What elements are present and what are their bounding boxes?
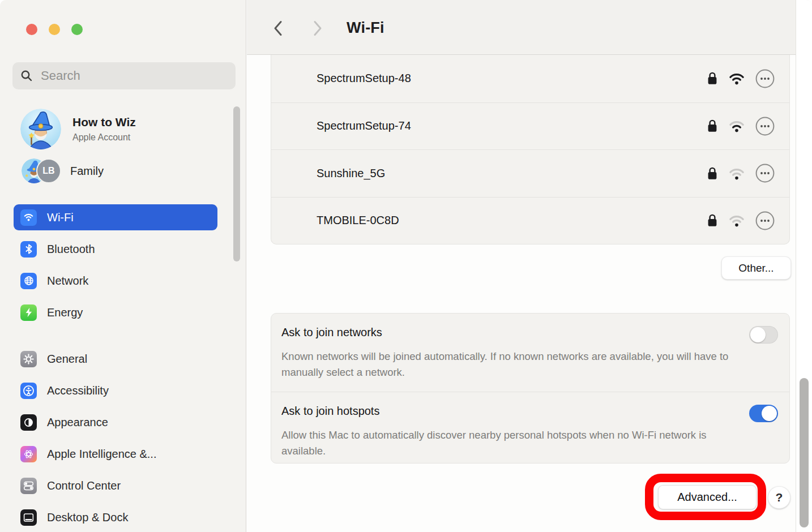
zoom-button[interactable]	[71, 24, 83, 35]
appearance-icon	[20, 414, 37, 431]
network-name: Sunshine_5G	[317, 167, 707, 180]
account-subtitle: Apple Account	[72, 132, 136, 143]
sidebar-item-bluetooth[interactable]: Bluetooth	[14, 236, 217, 262]
wifi-signal-icon	[727, 118, 746, 134]
network-name: TMOBILE-0C8D	[317, 214, 707, 227]
network-row-tmobile-0c8d[interactable]: TMOBILE-0C8D	[271, 197, 789, 244]
wifi-signal-icon	[727, 213, 746, 228]
sidebar: How to Wiz Apple Account LB Family	[0, 0, 246, 532]
sidebar-item-energy[interactable]: Energy	[14, 299, 217, 325]
sidebar-nav-group-system: GeneralAccessibilityAppearanceApple Inte…	[14, 346, 217, 532]
toggle-knob	[750, 327, 766, 342]
join-settings-group: Ask to join networksKnown networks will …	[271, 313, 790, 464]
apple-account-item[interactable]: How to Wiz Apple Account	[20, 109, 136, 149]
setting-description: Known networks will be joined automatica…	[281, 349, 729, 380]
sidebar-item-network[interactable]: Network	[14, 268, 217, 294]
setting-row-ask-to-join-networks: Ask to join networksKnown networks will …	[271, 314, 789, 392]
wifi-icon	[20, 209, 37, 226]
apple-intelligence-icon	[20, 446, 37, 462]
network-more-button[interactable]	[755, 69, 775, 88]
network-icon	[20, 273, 37, 289]
sidebar-nav-group-connectivity: Wi-FiBluetoothNetworkEnergy	[14, 204, 217, 331]
chevron-left-icon	[272, 20, 284, 37]
avatar	[20, 109, 61, 149]
sidebar-item-label: Control Center	[47, 479, 121, 492]
help-button[interactable]: ?	[768, 486, 790, 509]
setting-row-ask-to-join-hotspots: Ask to join hotspotsAllow this Mac to au…	[271, 392, 789, 470]
other-network-button[interactable]: Other...	[721, 256, 791, 280]
sidebar-item-apple-intelligence[interactable]: Apple Intelligence &...	[14, 441, 217, 467]
network-more-button[interactable]	[755, 117, 775, 136]
chevron-right-icon	[312, 20, 323, 37]
scrollbar-thumb[interactable]	[800, 378, 809, 527]
desktop-dock-icon	[20, 509, 37, 526]
network-list: SpectrumSetup-48SpectrumSetup-74Sunshine…	[271, 55, 790, 244]
advanced-button[interactable]: Advanced...	[658, 485, 757, 509]
lock-icon	[707, 71, 718, 86]
network-row-spectrumsetup-48[interactable]: SpectrumSetup-48	[271, 55, 789, 102]
sidebar-item-label: General	[47, 353, 87, 366]
more-options-icon	[755, 164, 775, 183]
network-row-spectrumsetup-74[interactable]: SpectrumSetup-74	[271, 102, 789, 150]
sidebar-item-wi-fi[interactable]: Wi-Fi	[14, 204, 217, 230]
control-center-icon	[20, 478, 37, 494]
search-field[interactable]	[12, 62, 236, 89]
sidebar-item-accessibility[interactable]: Accessibility	[14, 377, 217, 404]
sidebar-item-label: Accessibility	[47, 384, 109, 397]
back-button[interactable]	[271, 19, 285, 37]
network-more-button[interactable]	[755, 164, 775, 183]
setting-description: Allow this Mac to automatically discover…	[281, 427, 729, 459]
ask-to-join-networks-toggle[interactable]	[749, 326, 778, 344]
sidebar-item-label: Network	[47, 274, 88, 288]
page-title: Wi-Fi	[347, 19, 384, 37]
network-name: SpectrumSetup-74	[317, 119, 707, 132]
lock-icon	[707, 213, 718, 228]
close-button[interactable]	[26, 24, 37, 35]
ask-to-join-hotspots-toggle[interactable]	[749, 405, 778, 422]
sidebar-item-label: Desktop & Dock	[47, 511, 128, 524]
sidebar-item-label: Bluetooth	[47, 243, 95, 256]
header: Wi-Fi	[247, 0, 812, 55]
sidebar-item-label: Energy	[47, 306, 83, 319]
bluetooth-icon	[20, 241, 37, 258]
more-options-icon	[755, 117, 775, 136]
sidebar-item-control-center[interactable]: Control Center	[14, 473, 217, 499]
setting-title: Ask to join hotspots	[281, 405, 379, 418]
setting-title: Ask to join networks	[281, 326, 382, 339]
sidebar-item-desktop-dock[interactable]: Desktop & Dock	[14, 504, 217, 530]
forward-button[interactable]	[310, 19, 325, 37]
system-settings-window: How to Wiz Apple Account LB Family	[0, 0, 812, 532]
family-label: Family	[70, 165, 104, 178]
main-pane: Wi-Fi SpectrumSetup-48SpectrumSetup-74Su…	[247, 0, 812, 532]
sidebar-item-label: Wi-Fi	[47, 211, 74, 224]
sidebar-scrollbar[interactable]	[233, 106, 240, 261]
sidebar-item-label: Apple Intelligence &...	[47, 448, 156, 461]
accessibility-icon	[20, 383, 37, 399]
wifi-signal-icon	[727, 166, 746, 181]
toggle-knob	[762, 406, 777, 421]
energy-icon	[20, 304, 37, 321]
family-badge: LB	[36, 158, 61, 183]
account-name: How to Wiz	[72, 115, 136, 129]
more-options-icon	[755, 211, 775, 230]
lock-icon	[707, 166, 718, 181]
sidebar-item-appearance[interactable]: Appearance	[14, 409, 217, 435]
sidebar-item-general[interactable]: General	[14, 346, 217, 372]
sidebar-item-family[interactable]: LB Family	[22, 158, 104, 183]
network-row-sunshine-5g[interactable]: Sunshine_5G	[271, 149, 789, 197]
search-icon	[20, 70, 33, 82]
more-options-icon	[755, 69, 775, 88]
general-icon	[20, 351, 37, 367]
network-name: SpectrumSetup-48	[317, 72, 707, 85]
search-input[interactable]	[40, 68, 228, 84]
lock-icon	[707, 118, 718, 134]
minimize-button[interactable]	[49, 24, 60, 35]
network-more-button[interactable]	[755, 211, 775, 230]
wifi-signal-icon	[727, 71, 746, 86]
sidebar-item-label: Appearance	[47, 416, 108, 429]
